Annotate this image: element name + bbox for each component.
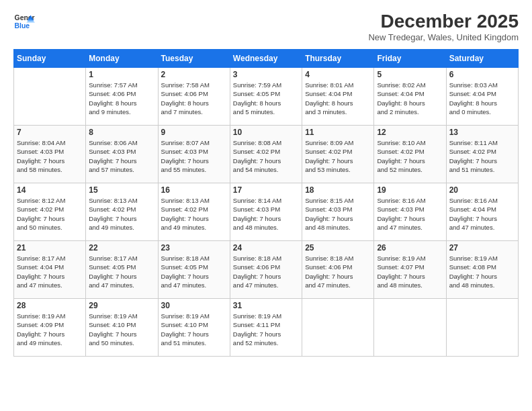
calendar-cell xyxy=(374,299,446,357)
location-subtitle: New Tredegar, Wales, United Kingdom xyxy=(368,32,519,42)
day-number: 26 xyxy=(377,243,443,253)
weekday-header-saturday: Saturday xyxy=(446,50,518,68)
calendar-cell: 21Sunrise: 8:17 AM Sunset: 4:04 PM Dayli… xyxy=(14,241,86,299)
logo: General Blue xyxy=(13,11,35,32)
day-info: Sunrise: 7:58 AM Sunset: 4:06 PM Dayligh… xyxy=(161,81,227,116)
day-info: Sunrise: 8:03 AM Sunset: 4:04 PM Dayligh… xyxy=(449,81,515,116)
day-info: Sunrise: 8:19 AM Sunset: 4:08 PM Dayligh… xyxy=(449,254,515,289)
day-info: Sunrise: 8:19 AM Sunset: 4:10 PM Dayligh… xyxy=(89,312,154,347)
weekday-header-sunday: Sunday xyxy=(14,50,86,68)
day-info: Sunrise: 8:18 AM Sunset: 4:05 PM Dayligh… xyxy=(161,254,227,289)
day-number: 9 xyxy=(161,128,227,137)
day-info: Sunrise: 8:15 AM Sunset: 4:03 PM Dayligh… xyxy=(305,196,371,232)
day-info: Sunrise: 8:19 AM Sunset: 4:10 PM Dayligh… xyxy=(161,312,227,347)
calendar-cell: 18Sunrise: 8:15 AM Sunset: 4:03 PM Dayli… xyxy=(302,183,374,241)
day-number: 29 xyxy=(89,301,154,310)
day-number: 18 xyxy=(305,185,371,195)
day-info: Sunrise: 8:19 AM Sunset: 4:11 PM Dayligh… xyxy=(233,312,299,347)
day-number: 30 xyxy=(161,301,227,310)
svg-text:Blue: Blue xyxy=(15,22,30,30)
weekday-header-row: SundayMondayTuesdayWednesdayThursdayFrid… xyxy=(14,50,519,68)
day-info: Sunrise: 8:17 AM Sunset: 4:04 PM Dayligh… xyxy=(17,254,83,289)
day-number: 2 xyxy=(161,70,227,79)
day-number: 31 xyxy=(233,301,299,310)
calendar-week-4: 21Sunrise: 8:17 AM Sunset: 4:04 PM Dayli… xyxy=(14,241,519,299)
day-info: Sunrise: 8:06 AM Sunset: 4:03 PM Dayligh… xyxy=(89,138,154,174)
day-info: Sunrise: 8:02 AM Sunset: 4:04 PM Dayligh… xyxy=(377,81,443,116)
calendar-week-5: 28Sunrise: 8:19 AM Sunset: 4:09 PM Dayli… xyxy=(14,299,519,357)
calendar-cell: 1Sunrise: 7:57 AM Sunset: 4:06 PM Daylig… xyxy=(86,68,158,126)
calendar-cell: 29Sunrise: 8:19 AM Sunset: 4:10 PM Dayli… xyxy=(86,299,158,357)
day-number: 16 xyxy=(161,185,227,195)
day-info: Sunrise: 8:19 AM Sunset: 4:09 PM Dayligh… xyxy=(17,312,83,347)
calendar-cell xyxy=(14,68,86,126)
day-number: 7 xyxy=(17,128,83,137)
day-info: Sunrise: 8:09 AM Sunset: 4:02 PM Dayligh… xyxy=(305,138,371,174)
calendar-cell: 28Sunrise: 8:19 AM Sunset: 4:09 PM Dayli… xyxy=(14,299,86,357)
logo-icon: General Blue xyxy=(13,11,35,32)
day-number: 3 xyxy=(233,70,299,79)
calendar-cell: 15Sunrise: 8:13 AM Sunset: 4:02 PM Dayli… xyxy=(86,183,158,241)
day-info: Sunrise: 8:18 AM Sunset: 4:06 PM Dayligh… xyxy=(305,254,371,289)
title-block: December 2025 New Tredegar, Wales, Unite… xyxy=(368,11,519,42)
day-info: Sunrise: 8:14 AM Sunset: 4:03 PM Dayligh… xyxy=(233,196,299,232)
weekday-header-friday: Friday xyxy=(374,50,446,68)
month-title: December 2025 xyxy=(368,11,519,32)
calendar-cell: 24Sunrise: 8:18 AM Sunset: 4:06 PM Dayli… xyxy=(230,241,302,299)
calendar-cell: 9Sunrise: 8:07 AM Sunset: 4:03 PM Daylig… xyxy=(158,126,230,183)
day-number: 6 xyxy=(449,70,515,79)
day-info: Sunrise: 8:04 AM Sunset: 4:03 PM Dayligh… xyxy=(17,138,83,174)
day-number: 10 xyxy=(233,128,299,137)
page: General Blue December 2025 New Tredegar,… xyxy=(0,0,532,411)
calendar-cell: 11Sunrise: 8:09 AM Sunset: 4:02 PM Dayli… xyxy=(302,126,374,183)
day-number: 4 xyxy=(305,70,371,79)
calendar-table: SundayMondayTuesdayWednesdayThursdayFrid… xyxy=(13,49,519,357)
day-info: Sunrise: 8:13 AM Sunset: 4:02 PM Dayligh… xyxy=(89,196,154,232)
calendar-week-3: 14Sunrise: 8:12 AM Sunset: 4:02 PM Dayli… xyxy=(14,183,519,241)
day-info: Sunrise: 8:01 AM Sunset: 4:04 PM Dayligh… xyxy=(305,81,371,116)
day-number: 27 xyxy=(449,243,515,253)
calendar-cell: 6Sunrise: 8:03 AM Sunset: 4:04 PM Daylig… xyxy=(446,68,518,126)
calendar-week-1: 1Sunrise: 7:57 AM Sunset: 4:06 PM Daylig… xyxy=(14,68,519,126)
weekday-header-thursday: Thursday xyxy=(302,50,374,68)
calendar-cell: 4Sunrise: 8:01 AM Sunset: 4:04 PM Daylig… xyxy=(302,68,374,126)
day-info: Sunrise: 8:17 AM Sunset: 4:05 PM Dayligh… xyxy=(89,254,154,289)
calendar-cell: 25Sunrise: 8:18 AM Sunset: 4:06 PM Dayli… xyxy=(302,241,374,299)
calendar-cell: 16Sunrise: 8:13 AM Sunset: 4:02 PM Dayli… xyxy=(158,183,230,241)
day-info: Sunrise: 8:07 AM Sunset: 4:03 PM Dayligh… xyxy=(161,138,227,174)
calendar-cell: 13Sunrise: 8:11 AM Sunset: 4:02 PM Dayli… xyxy=(446,126,518,183)
calendar-cell: 14Sunrise: 8:12 AM Sunset: 4:02 PM Dayli… xyxy=(14,183,86,241)
day-number: 19 xyxy=(377,185,443,195)
day-number: 5 xyxy=(377,70,443,79)
day-number: 20 xyxy=(449,185,515,195)
calendar-cell: 31Sunrise: 8:19 AM Sunset: 4:11 PM Dayli… xyxy=(230,299,302,357)
calendar-cell: 2Sunrise: 7:58 AM Sunset: 4:06 PM Daylig… xyxy=(158,68,230,126)
calendar-cell: 10Sunrise: 8:08 AM Sunset: 4:02 PM Dayli… xyxy=(230,126,302,183)
calendar-cell: 5Sunrise: 8:02 AM Sunset: 4:04 PM Daylig… xyxy=(374,68,446,126)
day-number: 24 xyxy=(233,243,299,253)
day-info: Sunrise: 8:19 AM Sunset: 4:07 PM Dayligh… xyxy=(377,254,443,289)
day-number: 8 xyxy=(89,128,154,137)
day-info: Sunrise: 8:10 AM Sunset: 4:02 PM Dayligh… xyxy=(377,138,443,174)
day-info: Sunrise: 8:16 AM Sunset: 4:03 PM Dayligh… xyxy=(377,196,443,232)
day-number: 14 xyxy=(17,185,83,195)
day-number: 12 xyxy=(377,128,443,137)
calendar-cell: 3Sunrise: 7:59 AM Sunset: 4:05 PM Daylig… xyxy=(230,68,302,126)
day-info: Sunrise: 8:08 AM Sunset: 4:02 PM Dayligh… xyxy=(233,138,299,174)
day-info: Sunrise: 8:16 AM Sunset: 4:04 PM Dayligh… xyxy=(449,196,515,232)
day-number: 1 xyxy=(89,70,154,79)
calendar-cell: 12Sunrise: 8:10 AM Sunset: 4:02 PM Dayli… xyxy=(374,126,446,183)
day-number: 15 xyxy=(89,185,154,195)
day-number: 28 xyxy=(17,301,83,310)
calendar-cell: 30Sunrise: 8:19 AM Sunset: 4:10 PM Dayli… xyxy=(158,299,230,357)
day-info: Sunrise: 7:57 AM Sunset: 4:06 PM Dayligh… xyxy=(89,81,154,116)
day-info: Sunrise: 8:13 AM Sunset: 4:02 PM Dayligh… xyxy=(161,196,227,232)
day-number: 23 xyxy=(161,243,227,253)
calendar-cell: 26Sunrise: 8:19 AM Sunset: 4:07 PM Dayli… xyxy=(374,241,446,299)
day-number: 11 xyxy=(305,128,371,137)
weekday-header-tuesday: Tuesday xyxy=(158,50,230,68)
day-number: 22 xyxy=(89,243,154,253)
day-number: 21 xyxy=(17,243,83,253)
day-info: Sunrise: 8:11 AM Sunset: 4:02 PM Dayligh… xyxy=(449,138,515,174)
calendar-cell: 19Sunrise: 8:16 AM Sunset: 4:03 PM Dayli… xyxy=(374,183,446,241)
